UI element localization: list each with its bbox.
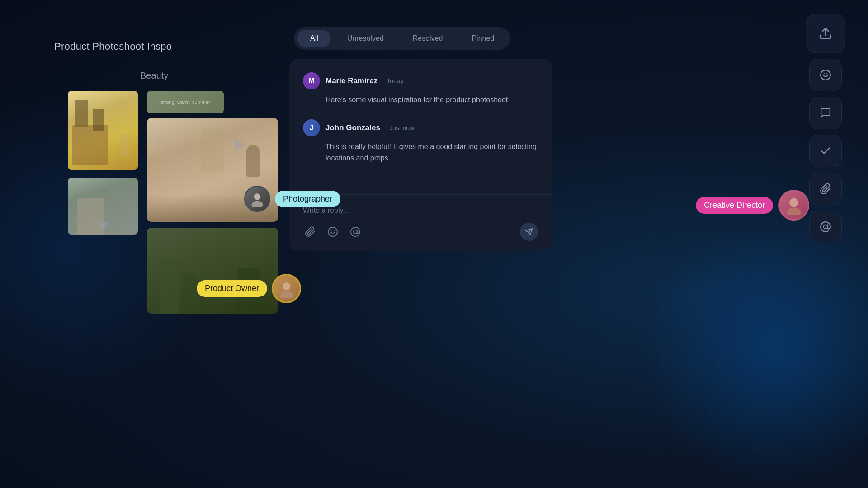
- share-button[interactable]: [806, 14, 845, 53]
- photographer-avatar: [244, 186, 270, 212]
- svg-point-4: [328, 227, 337, 236]
- message-1-text: Here's some visual inspiration for the p…: [303, 94, 538, 106]
- photographer-badge: Photographer: [275, 191, 340, 207]
- product-owner-badge: Product Owner: [197, 280, 267, 297]
- attach-button[interactable]: [303, 225, 317, 239]
- send-button[interactable]: [520, 223, 538, 241]
- arrow-2: [97, 222, 109, 230]
- toolbar-mention-button[interactable]: [809, 211, 842, 243]
- reply-toolbar: [298, 219, 542, 244]
- toolbar-resolve-icon: [820, 145, 831, 157]
- moodboard-title: Product Photoshoot Inspo: [54, 41, 348, 52]
- toolbar-comment-button[interactable]: [809, 97, 842, 129]
- share-icon: [819, 27, 832, 40]
- message-1-header: M Marie Ramirez Today: [303, 72, 538, 89]
- tab-resolved[interactable]: Resolved: [400, 30, 456, 47]
- svg-point-1: [251, 201, 263, 207]
- message-2-header: J John Gonzales Just now: [303, 119, 538, 136]
- svg-point-11: [821, 70, 830, 80]
- chat-messages: M Marie Ramirez Today Here's some visual…: [289, 59, 552, 194]
- toolbar-emoji-button[interactable]: [809, 59, 842, 91]
- reply-tools: [303, 225, 363, 239]
- creative-director-avatar-art: [784, 195, 804, 215]
- svg-point-2: [283, 282, 290, 290]
- message-1: M Marie Ramirez Today Here's some visual…: [303, 72, 538, 106]
- product-owner-user: Product Owner: [197, 274, 301, 303]
- message-2: J John Gonzales Just now This is really …: [303, 119, 538, 164]
- product-owner-avatar: [272, 274, 301, 303]
- emoji-button[interactable]: [326, 225, 340, 239]
- svg-point-7: [354, 230, 357, 234]
- tab-pinned[interactable]: Pinned: [459, 30, 507, 47]
- moodboard-grid: Beauty strong, warm, summer #54C33: [54, 66, 312, 328]
- svg-point-0: [254, 193, 260, 200]
- toolbar-attach-button[interactable]: [809, 173, 842, 205]
- message-2-avatar: J: [303, 119, 320, 136]
- message-1-author: Marie Ramirez: [326, 76, 377, 85]
- svg-point-15: [789, 198, 798, 207]
- message-2-author: John Gonzales: [326, 123, 380, 132]
- message-1-time: Today: [387, 77, 403, 84]
- message-2-text: This is really helpful! It gives me a go…: [303, 141, 538, 164]
- emoji-icon: [327, 226, 338, 237]
- photographer-user: Photographer: [244, 186, 340, 212]
- message-1-avatar: M: [303, 72, 320, 89]
- right-toolbar: [806, 14, 845, 243]
- attach-icon: [305, 226, 316, 237]
- message-2-time: Just now: [389, 124, 414, 131]
- arrow-1: [235, 138, 244, 152]
- mention-button[interactable]: [348, 225, 363, 239]
- mood-image-1: [68, 91, 138, 170]
- creative-director-badge: Creative Director: [696, 197, 773, 214]
- creative-director-user: Creative Director: [696, 190, 809, 221]
- creative-director-avatar: [778, 190, 809, 221]
- svg-point-14: [824, 225, 828, 229]
- toolbar-comment-icon: [820, 107, 831, 119]
- svg-point-3: [280, 291, 293, 298]
- bg-glow-right: [642, 217, 868, 488]
- mood-color-swatch: strong, warm, summer: [147, 91, 224, 113]
- send-icon: [525, 228, 533, 236]
- svg-point-16: [787, 208, 801, 216]
- toolbar-attach-icon: [820, 183, 831, 195]
- toolbar-emoji-icon: [820, 69, 831, 81]
- mention-icon: [350, 226, 361, 237]
- chat-panel: M Marie Ramirez Today Here's some visual…: [289, 59, 552, 251]
- toolbar-mention-icon: [820, 221, 831, 233]
- beauty-label: Beauty: [140, 70, 168, 81]
- toolbar-resolve-button[interactable]: [809, 135, 842, 167]
